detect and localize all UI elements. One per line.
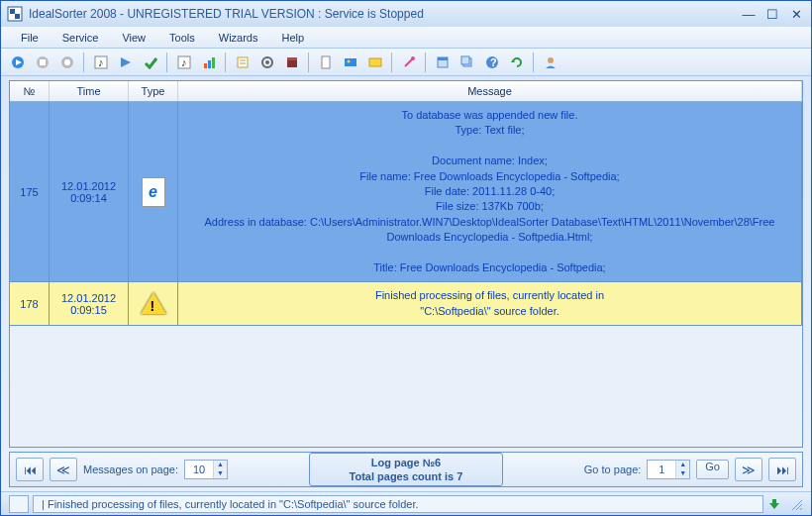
svg-rect-33	[461, 56, 469, 64]
image-icon[interactable]	[340, 52, 361, 73]
status-indicator	[9, 495, 29, 513]
first-page-button[interactable]: ⏮	[16, 458, 44, 481]
status-text: | Finished processing of files, currentl…	[33, 495, 763, 513]
svg-line-41	[800, 508, 802, 510]
goto-input[interactable]	[648, 464, 675, 475]
next-page-button[interactable]: ≫	[735, 458, 762, 481]
svg-rect-17	[238, 57, 248, 67]
cell-message: Finished processing of files, currently …	[178, 282, 802, 325]
menu-service[interactable]: Service	[51, 30, 111, 46]
header-time[interactable]: Time	[50, 81, 129, 101]
header-message[interactable]: Message	[178, 81, 802, 101]
messages-input[interactable]	[185, 464, 213, 475]
menu-view[interactable]: View	[110, 30, 157, 46]
toolbar: ♪ ♪ ?	[1, 49, 811, 76]
resize-grip-icon[interactable]	[789, 497, 803, 511]
play-icon[interactable]	[7, 52, 29, 73]
picture-icon[interactable]	[364, 52, 386, 73]
svg-text:♪: ♪	[181, 56, 187, 68]
spin-up-icon[interactable]: ▲	[213, 461, 227, 469]
pager: ⏮ ≪ Messages on page: ▲▼ Log page №6 Tot…	[9, 452, 803, 487]
cell-type	[129, 102, 178, 281]
svg-text:♪: ♪	[98, 56, 104, 68]
toolbar-separator	[166, 52, 168, 72]
close-button[interactable]: ✕	[787, 7, 805, 21]
svg-rect-14	[204, 63, 207, 68]
app-icon	[7, 6, 23, 22]
windows-icon[interactable]	[457, 52, 478, 73]
document-icon[interactable]	[315, 52, 337, 73]
maximize-button[interactable]: ☐	[763, 7, 781, 21]
pager-info: Log page №6 Total pages count is 7	[309, 453, 504, 487]
menu-help[interactable]: Help	[270, 30, 317, 46]
table-row[interactable]: 17512.01.2012 0:09:14To database was app…	[10, 102, 802, 282]
svg-rect-6	[40, 59, 46, 65]
menu-file[interactable]: File	[9, 30, 51, 46]
svg-point-37	[548, 57, 554, 63]
chart-icon[interactable]	[198, 52, 220, 73]
window-icon[interactable]	[432, 52, 454, 73]
menu-wizards[interactable]: Wizards	[207, 30, 270, 46]
messages-spinner[interactable]: ▲▼	[184, 460, 228, 479]
warning-icon	[141, 292, 166, 316]
user-icon[interactable]	[540, 52, 561, 73]
last-page-button[interactable]: ⏭	[768, 458, 796, 481]
goto-spinner[interactable]: ▲▼	[647, 460, 690, 479]
app-window: IdealSorter 2008 - UNREGISTERED TRIAL VE…	[0, 0, 812, 516]
stop-icon[interactable]	[32, 52, 53, 73]
edit-icon[interactable]	[232, 52, 254, 73]
music-file-icon[interactable]: ♪	[173, 52, 195, 73]
svg-rect-31	[438, 57, 448, 60]
toolbar-separator	[225, 52, 227, 72]
archive-icon[interactable]	[281, 52, 303, 73]
minimize-button[interactable]: —	[740, 7, 758, 21]
refresh-icon[interactable]	[506, 52, 528, 73]
cell-number: 175	[10, 102, 50, 281]
svg-marker-11	[121, 57, 131, 67]
download-icon[interactable]	[767, 497, 781, 511]
grid-body[interactable]: 17512.01.2012 0:09:14To database was app…	[10, 102, 802, 447]
toolbar-separator	[308, 52, 310, 72]
titlebar: IdealSorter 2008 - UNREGISTERED TRIAL VE…	[1, 1, 811, 27]
svg-text:?: ?	[490, 56, 497, 68]
wand-icon[interactable]	[398, 52, 420, 73]
music-note-icon[interactable]: ♪	[90, 52, 112, 73]
cell-type	[129, 282, 178, 325]
spin-down-icon[interactable]: ▼	[675, 469, 689, 478]
table-row[interactable]: 17812.01.2012 0:09:15Finished processing…	[10, 282, 802, 326]
spin-up-icon[interactable]: ▲	[675, 461, 689, 469]
statusbar: | Finished processing of files, currentl…	[1, 491, 811, 515]
log-grid: № Time Type Message 17512.01.2012 0:09:1…	[9, 80, 803, 448]
spin-down-icon[interactable]: ▼	[213, 469, 227, 478]
menu-tools[interactable]: Tools	[157, 30, 207, 46]
header-number[interactable]: №	[10, 81, 50, 101]
record-icon[interactable]	[56, 52, 78, 73]
pager-info-line1: Log page №6	[350, 456, 463, 469]
svg-point-8	[64, 59, 70, 65]
messages-label: Messages on page:	[83, 464, 178, 475]
cell-time: 12.01.2012 0:09:14	[50, 102, 129, 281]
toolbar-separator	[83, 52, 85, 72]
goto-label: Go to page:	[584, 464, 642, 475]
grid-header: № Time Type Message	[10, 81, 802, 102]
svg-point-29	[411, 56, 415, 60]
prev-page-button[interactable]: ≪	[50, 458, 77, 481]
svg-rect-2	[15, 14, 20, 19]
gear-icon[interactable]	[256, 52, 278, 73]
toolbar-separator	[533, 52, 535, 72]
svg-marker-38	[769, 499, 779, 509]
help-icon[interactable]: ?	[481, 52, 503, 73]
svg-rect-25	[345, 58, 356, 66]
ie-file-icon	[142, 177, 165, 207]
svg-rect-16	[212, 57, 215, 68]
svg-rect-15	[208, 60, 211, 68]
svg-rect-23	[287, 57, 297, 60]
arrow-icon[interactable]	[115, 52, 137, 73]
toolbar-separator	[425, 52, 427, 72]
check-icon[interactable]	[140, 52, 161, 73]
window-title: IdealSorter 2008 - UNREGISTERED TRIAL VE…	[29, 7, 740, 21]
cell-number: 178	[10, 282, 50, 325]
header-type[interactable]: Type	[129, 81, 178, 101]
svg-rect-24	[322, 56, 330, 68]
go-button[interactable]: Go	[696, 460, 729, 479]
